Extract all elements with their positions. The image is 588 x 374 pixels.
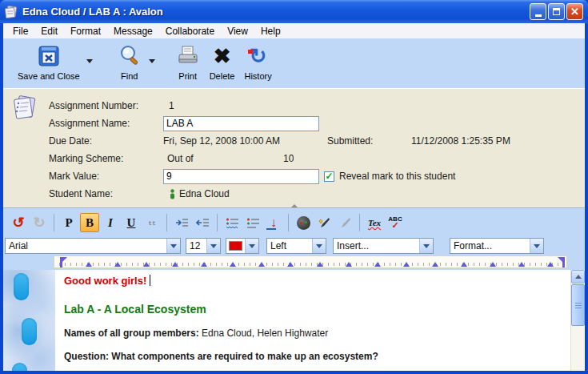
scroll-up-button[interactable] bbox=[571, 270, 585, 284]
indent-decrease-button[interactable] bbox=[193, 213, 212, 232]
font-family-select[interactable]: Arial bbox=[5, 238, 181, 254]
title-bar[interactable]: Edna Cloud / LAB A : Avalon ✕ bbox=[0, 0, 588, 23]
print-button[interactable]: Print bbox=[171, 42, 205, 85]
student-name-value[interactable]: Edna Cloud bbox=[179, 188, 230, 199]
spell-check-icon: ABC ✓ bbox=[388, 216, 402, 230]
tab-stop-marker[interactable] bbox=[201, 262, 207, 267]
menu-format[interactable]: Format bbox=[64, 24, 107, 38]
spell-as-you-type-button[interactable]: Tex bbox=[365, 213, 384, 232]
tab-stop-marker[interactable] bbox=[547, 262, 554, 267]
document-row: Good work girls! Lab A - A Local Ecosyst… bbox=[3, 270, 585, 371]
underline-button[interactable]: U bbox=[122, 213, 141, 232]
stationery-drop-icon bbox=[12, 363, 27, 371]
insert-select[interactable]: Insert... bbox=[333, 238, 434, 254]
tab-stop-marker[interactable] bbox=[317, 262, 323, 267]
mark-value-input[interactable] bbox=[163, 169, 319, 184]
tab-stop-marker[interactable] bbox=[346, 262, 352, 267]
tab-stop-marker[interactable] bbox=[461, 262, 467, 267]
maximize-button[interactable] bbox=[548, 3, 565, 20]
spell-check-button[interactable]: ABC ✓ bbox=[386, 213, 405, 232]
plain-style-button[interactable]: P bbox=[59, 213, 78, 232]
menu-view[interactable]: View bbox=[221, 24, 254, 38]
stationery-drop-icon bbox=[14, 273, 29, 300]
chevron-down-icon[interactable] bbox=[166, 239, 180, 253]
pane-splitter-grip[interactable] bbox=[291, 204, 298, 207]
student-name-label: Student Name: bbox=[49, 188, 163, 199]
alignment-select[interactable]: Left bbox=[266, 238, 326, 254]
right-indent-marker[interactable] bbox=[556, 257, 565, 267]
insert-signature-button[interactable]: ↓ bbox=[264, 213, 283, 232]
tab-stop-marker[interactable] bbox=[490, 262, 496, 267]
chevron-down-icon[interactable] bbox=[530, 239, 543, 253]
undo-button[interactable]: ↺ bbox=[9, 213, 28, 232]
history-button[interactable]: ↻ History bbox=[239, 42, 276, 85]
separator bbox=[288, 214, 289, 231]
student-person-icon bbox=[169, 189, 176, 199]
reveal-mark-checkbox[interactable] bbox=[324, 171, 334, 182]
find-button[interactable]: Find bbox=[112, 42, 147, 85]
tab-stop-marker[interactable] bbox=[518, 262, 525, 267]
save-and-close-label: Save and Close bbox=[18, 71, 80, 81]
print-icon bbox=[176, 42, 200, 70]
chevron-down-icon[interactable] bbox=[245, 239, 258, 253]
separator bbox=[54, 214, 54, 231]
font-color-select[interactable] bbox=[226, 238, 259, 254]
vertical-scrollbar[interactable] bbox=[570, 270, 585, 371]
submitted-label: Submitted: bbox=[327, 135, 411, 147]
find-dropdown-arrow-icon[interactable] bbox=[149, 59, 155, 63]
scrollbar-thumb[interactable] bbox=[571, 284, 585, 326]
redo-button[interactable]: ↻ bbox=[30, 213, 49, 232]
minimize-button[interactable] bbox=[530, 3, 546, 20]
chevron-down-icon[interactable] bbox=[206, 239, 220, 253]
chevron-down-icon[interactable] bbox=[419, 239, 433, 253]
format-painter-button[interactable] bbox=[314, 213, 334, 232]
tab-stop-marker[interactable] bbox=[230, 262, 236, 267]
indent-increase-icon bbox=[175, 217, 189, 228]
document-editor[interactable]: Good work girls! Lab A - A Local Ecosyst… bbox=[3, 270, 570, 371]
font-size-select[interactable]: 12 bbox=[186, 238, 221, 254]
link-button[interactable] bbox=[294, 213, 313, 232]
font-size-value: 12 bbox=[186, 240, 206, 251]
tab-stop-marker[interactable] bbox=[114, 262, 121, 267]
delete-button[interactable]: ✖ Delete bbox=[205, 42, 240, 85]
remove-format-button[interactable] bbox=[335, 213, 354, 232]
tab-stop-marker[interactable] bbox=[374, 262, 381, 267]
close-icon: ✕ bbox=[570, 6, 579, 17]
save-and-close-button[interactable]: Save and Close bbox=[13, 42, 85, 85]
tab-stop-marker[interactable] bbox=[403, 262, 410, 267]
delete-icon: ✖ bbox=[214, 42, 231, 70]
tab-stop-marker[interactable] bbox=[143, 262, 150, 267]
italic-button[interactable]: I bbox=[101, 213, 120, 232]
menu-message[interactable]: Message bbox=[107, 24, 159, 38]
minimize-icon bbox=[535, 14, 542, 17]
text-caret bbox=[150, 275, 150, 286]
remove-format-icon bbox=[338, 216, 352, 230]
ruler[interactable] bbox=[54, 255, 567, 268]
close-button[interactable]: ✕ bbox=[566, 3, 583, 20]
format-select[interactable]: Format... bbox=[450, 238, 544, 254]
save-dropdown-arrow-icon[interactable] bbox=[86, 59, 93, 63]
fixed-font-button[interactable]: tt bbox=[142, 213, 162, 232]
tab-stop-marker[interactable] bbox=[86, 262, 92, 267]
chevron-down-icon[interactable] bbox=[312, 239, 326, 253]
menu-edit[interactable]: Edit bbox=[34, 24, 64, 38]
window-title: Edna Cloud / LAB A : Avalon bbox=[22, 6, 530, 18]
insert-value: Insert... bbox=[334, 240, 419, 251]
tab-stop-marker[interactable] bbox=[258, 262, 265, 267]
tab-stop-marker[interactable] bbox=[287, 262, 294, 267]
format-toolbar: ↺ ↻ P B I U tt bbox=[3, 207, 585, 237]
due-date-value: Fri, Sep 12, 2008 10:00 AM bbox=[163, 135, 327, 147]
tab-stop-marker[interactable] bbox=[432, 262, 438, 267]
menu-collaborate[interactable]: Collaborate bbox=[159, 24, 221, 38]
paragraph-style-button[interactable] bbox=[222, 213, 242, 232]
lab-title: Lab A - A Local Ecosystem bbox=[64, 303, 564, 316]
assignment-name-input[interactable] bbox=[163, 116, 319, 131]
bold-button[interactable]: B bbox=[80, 213, 99, 232]
stationery-margin-art bbox=[3, 270, 55, 371]
menu-help[interactable]: Help bbox=[254, 24, 287, 38]
left-indent-marker[interactable] bbox=[60, 257, 68, 267]
tab-stop-marker[interactable] bbox=[172, 262, 178, 267]
indent-increase-button[interactable] bbox=[172, 213, 191, 232]
list-style-button[interactable] bbox=[243, 213, 262, 232]
menu-file[interactable]: File bbox=[6, 24, 34, 38]
